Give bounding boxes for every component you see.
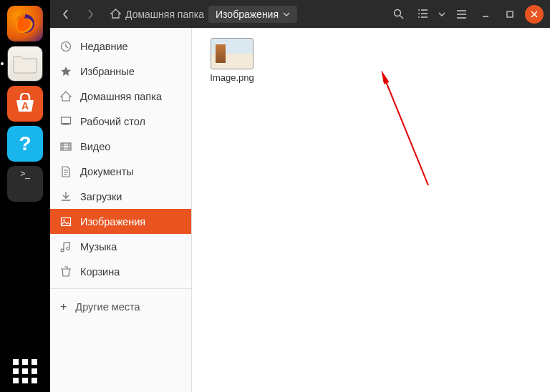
sidebar-label: Изображения <box>80 216 145 227</box>
chevron-left-icon <box>62 9 69 19</box>
dock-software[interactable]: A <box>7 86 43 122</box>
sidebar-label: Недавние <box>80 41 128 52</box>
content-area[interactable]: Image.png <box>192 28 550 392</box>
download-icon <box>60 191 72 202</box>
sidebar-item-trash[interactable]: Корзина <box>50 259 191 284</box>
sidebar: Недавние Избранные Домашняя папка Рабочи… <box>50 28 192 392</box>
nav-forward-button[interactable] <box>79 4 102 24</box>
dock-show-apps[interactable] <box>13 359 37 383</box>
sidebar-item-downloads[interactable]: Загрузки <box>50 184 191 209</box>
menu-button[interactable] <box>450 4 473 24</box>
file-name-label: Image.png <box>210 72 254 83</box>
home-icon <box>60 91 72 102</box>
list-icon <box>418 9 428 19</box>
help-icon: ? <box>19 132 31 155</box>
star-icon <box>60 66 72 77</box>
sidebar-item-videos[interactable]: Видео <box>50 134 191 159</box>
search-button[interactable] <box>387 4 410 24</box>
svg-rect-3 <box>507 11 513 17</box>
annotation-arrow <box>378 71 435 192</box>
sidebar-label: Рабочий стол <box>80 116 145 127</box>
sidebar-item-starred[interactable]: Избранные <box>50 59 191 84</box>
sidebar-item-home[interactable]: Домашняя папка <box>50 84 191 109</box>
chevron-right-icon <box>87 9 94 19</box>
svg-rect-8 <box>62 217 71 225</box>
hamburger-icon <box>456 10 467 19</box>
breadcrumb-current-label: Изображения <box>216 9 279 20</box>
dock-terminal[interactable]: >_ <box>7 166 43 202</box>
nav-back-button[interactable] <box>54 4 77 24</box>
terminal-icon: >_ <box>20 169 30 179</box>
sidebar-label: Загрузки <box>80 191 122 202</box>
view-dropdown-button[interactable] <box>435 4 448 24</box>
clock-icon <box>60 41 72 52</box>
close-button[interactable] <box>525 5 544 24</box>
sidebar-label: Избранные <box>80 66 135 77</box>
file-manager-window: Домашняя папка Изображения <box>50 0 550 392</box>
sidebar-label: Другие места <box>75 301 140 313</box>
firefox-icon <box>13 11 37 36</box>
file-thumbnail <box>211 38 254 69</box>
svg-text:A: A <box>21 100 29 112</box>
window-body: Недавние Избранные Домашняя папка Рабочи… <box>50 28 550 392</box>
maximize-icon <box>506 11 513 18</box>
svg-rect-5 <box>62 117 71 124</box>
sidebar-label: Домашняя папка <box>80 91 162 102</box>
minimize-icon <box>482 11 489 18</box>
caret-down-icon <box>283 12 290 16</box>
dock-help[interactable]: ? <box>7 126 43 162</box>
sidebar-item-documents[interactable]: Документы <box>50 159 191 184</box>
music-icon <box>60 241 72 253</box>
trash-icon <box>60 266 72 278</box>
sidebar-item-music[interactable]: Музыка <box>50 234 191 259</box>
titlebar: Домашняя папка Изображения <box>50 0 550 28</box>
svg-rect-7 <box>61 143 71 150</box>
breadcrumb-current[interactable]: Изображения <box>208 6 297 23</box>
plus-icon: + <box>60 300 67 313</box>
sidebar-item-desktop[interactable]: Рабочий стол <box>50 109 191 134</box>
breadcrumb-home[interactable]: Домашняя папка <box>125 9 204 20</box>
svg-point-9 <box>63 219 65 221</box>
minimize-button[interactable] <box>476 5 495 24</box>
home-icon <box>110 9 121 19</box>
search-icon <box>393 9 404 19</box>
sidebar-label: Музыка <box>80 241 117 253</box>
sidebar-item-pictures[interactable]: Изображения <box>50 209 191 234</box>
software-icon: A <box>14 93 37 114</box>
maximize-button[interactable] <box>501 5 519 24</box>
video-icon <box>60 141 72 152</box>
file-item[interactable]: Image.png <box>205 38 259 83</box>
desktop-icon <box>60 116 72 127</box>
image-icon <box>60 216 72 227</box>
sidebar-label: Корзина <box>80 266 120 278</box>
sidebar-item-recent[interactable]: Недавние <box>50 34 191 59</box>
breadcrumb: Домашняя папка Изображения <box>103 6 304 23</box>
dock-files[interactable] <box>7 46 43 82</box>
svg-rect-6 <box>62 123 69 125</box>
dock-firefox[interactable] <box>7 6 43 41</box>
caret-down-icon <box>438 12 445 16</box>
svg-line-10 <box>384 77 428 185</box>
folder-icon <box>12 54 38 74</box>
view-list-button[interactable] <box>411 4 434 24</box>
svg-point-2 <box>394 10 400 16</box>
sidebar-label: Документы <box>80 166 134 177</box>
close-icon <box>531 11 538 18</box>
sidebar-separator <box>50 288 191 289</box>
document-icon <box>60 166 72 177</box>
sidebar-other-locations[interactable]: + Другие места <box>50 293 191 320</box>
sidebar-label: Видео <box>80 141 110 152</box>
dock: A ? >_ <box>0 0 50 392</box>
